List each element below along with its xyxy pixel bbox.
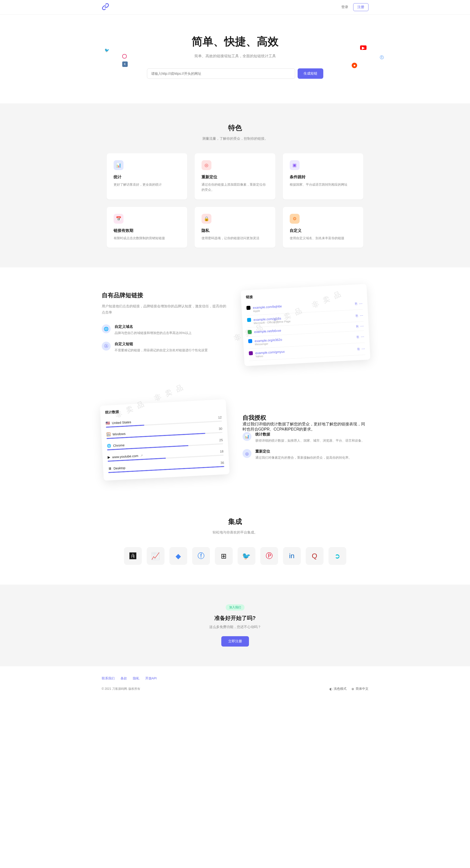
cta-section: 加入我们 准备好开始了吗? 这么多免费功能，您还不心动吗？ 立即注册	[0, 585, 470, 666]
instagram-icon	[122, 54, 127, 59]
reddit-icon: ●	[352, 63, 357, 68]
feature-card: 📅链接有效期有限时或点击次数限制的营销短链接	[107, 207, 187, 248]
links-mockup: 链接 example.com/bqh6eApple⎘⋯example.com/g…	[240, 284, 370, 366]
auth-title: 自我授权	[242, 414, 369, 422]
calendar-icon: 📅	[114, 214, 123, 224]
hero-subtitle: 简单、高效的链接缩短工具，全面的短链统计工具	[0, 54, 470, 59]
auth-item: ◎ 重新定位通过我们对像素定向的整合，重新接触你的受众，提高你的转化率。	[242, 449, 369, 460]
cta-badge: 加入我们	[226, 604, 244, 611]
google-ads-icon[interactable]: 🅰	[124, 547, 142, 565]
auth-desc: 通过我们详细的统计数据了解您的受众，更好地了解您的链接表现，同时也符合GDPR、…	[242, 422, 369, 432]
copy-icon[interactable]: ⎘	[355, 302, 357, 306]
features-title: 特色	[0, 123, 470, 132]
auth-item: 📊 统计数据获得详细的统计数据，如推荐人、国家、城市、浏览器、平台、语言和设备。	[242, 432, 369, 443]
quora-icon[interactable]: Q	[306, 547, 324, 565]
more-icon[interactable]: ⋯	[361, 347, 365, 351]
brand-section: 自有品牌短链接 用户知道他们点击的链接，品牌链接会增加你的品牌认知度，激发信任，…	[0, 267, 470, 383]
pinterest-icon[interactable]: Ⓟ	[260, 547, 278, 565]
features-subtitle: 测量流量，了解你的受众，控制你的链接。	[0, 136, 470, 141]
facebook-icon: ⓕ	[378, 54, 385, 61]
logo[interactable]	[102, 3, 109, 11]
more-icon[interactable]: ⋯	[360, 335, 364, 339]
header: 登录 注册	[0, 0, 470, 14]
footer-link[interactable]: 联系我们	[102, 676, 115, 681]
copy-icon[interactable]: ⎘	[357, 347, 359, 351]
more-icon[interactable]: ⋯	[360, 324, 364, 328]
facebook-icon[interactable]: ⓕ	[192, 547, 210, 565]
darkmode-toggle[interactable]: ◐浅色模式	[329, 687, 347, 691]
auth-section: 统计数据 🇺🇸United States12🪟Windows30🌐Chrome2…	[0, 383, 470, 497]
brand-title: 自有品牌短链接	[102, 291, 228, 299]
cta-button[interactable]: 立即注册	[221, 636, 249, 647]
stats-icon: 📊	[242, 432, 252, 441]
gear-icon: ⚙	[290, 214, 300, 224]
brand-item: 🌐 自定义域名品牌与您自己的域链接和增加您的点击率高达35%以上	[102, 324, 228, 336]
vk-icon: Κ	[122, 61, 128, 67]
feature-card: 📊统计更好了解访客喜好，更全面的统计	[107, 153, 187, 199]
lock-icon: 🔒	[202, 214, 211, 224]
google-tag-icon[interactable]: ◆	[170, 547, 187, 565]
feature-card: ◎重新定位通过在你的链接上添加跟踪像素，重新定位你的受众。	[195, 153, 275, 199]
twitter-icon: 🐦	[104, 46, 110, 54]
globe-icon: ⊕	[351, 687, 354, 691]
footer-link[interactable]: 条款	[120, 676, 127, 681]
copyright: © 2021 刀客源码网. 版权所有	[102, 687, 141, 691]
footer-link[interactable]: 隐私	[133, 676, 139, 681]
footer-link[interactable]: 开放API	[145, 676, 157, 681]
retarget-icon: ◎	[242, 449, 252, 458]
more-icon[interactable]: ⋯	[359, 302, 362, 306]
copy-icon[interactable]: ⎘	[357, 335, 359, 339]
youtube-icon: ▶	[360, 45, 366, 50]
target-icon: ◎	[202, 160, 211, 170]
stats-mockup: 统计数据 🇺🇸United States12🪟Windows30🌐Chrome2…	[100, 399, 230, 480]
register-button[interactable]: 注册	[353, 3, 369, 11]
hero-title: 简单、快捷、高效	[0, 34, 470, 49]
feature-card: ▣条件跳转根据国家、平台或语言跳转到相应的网址	[283, 153, 363, 199]
integrations-section: 集成 轻松地与你喜欢的平台集成。 🅰 📈 ◆ ⓕ ⊞ 🐦 Ⓟ in Q ➲	[0, 497, 470, 585]
language-toggle[interactable]: ⊕简体中文	[351, 687, 369, 691]
feature-card: 🔒隐私使用密码选项，让你的链接访问更加灵活	[195, 207, 275, 248]
chart-icon: 📊	[114, 160, 123, 170]
cta-desc: 这么多免费功能，您还不心动吗？	[0, 625, 470, 629]
url-input[interactable]	[147, 68, 295, 79]
features-section: 特色 测量流量，了解你的受众，控制你的链接。 📊统计更好了解访客喜好，更全面的统…	[0, 103, 470, 267]
microsoft-icon[interactable]: ⊞	[215, 547, 233, 565]
integrations-title: 集成	[0, 517, 470, 526]
feature-card: ⚙自定义使用自定义域名、别名来丰富你的链接	[283, 207, 363, 248]
hero-section: 🐦 Κ ▶ ⓕ ● 简单、快捷、高效 简单、高效的链接缩短工具，全面的短链统计工…	[0, 14, 470, 103]
google-analytics-icon[interactable]: 📈	[147, 547, 165, 565]
footer: 联系我们条款隐私开放API © 2021 刀客源码网. 版权所有 ◐浅色模式 ⊕…	[0, 666, 470, 701]
brand-item: Ⓐ 自定义短链不需要难记的链接，用容易记的自定义别名对链接进行个性化设置	[102, 342, 228, 353]
twitter-icon[interactable]: 🐦	[238, 547, 255, 565]
login-link[interactable]: 登录	[339, 3, 351, 11]
globe-icon: 🌐	[102, 324, 111, 333]
window-icon: ▣	[290, 160, 300, 170]
alias-icon: Ⓐ	[102, 342, 111, 350]
more-icon[interactable]: ⋯	[359, 313, 363, 318]
integrations-subtitle: 轻松地与你喜欢的平台集成。	[0, 530, 470, 535]
copy-icon[interactable]: ⎘	[356, 324, 358, 328]
moon-icon: ◐	[329, 687, 332, 691]
other-icon[interactable]: ➲	[328, 547, 346, 565]
cta-title: 准备好开始了吗?	[0, 615, 470, 622]
brand-desc: 用户知道他们点击的链接，品牌链接会增加你的品牌认知度，激发信任，提高你的点击率	[102, 303, 228, 315]
generate-button[interactable]: 生成短链	[298, 68, 323, 79]
copy-icon[interactable]: ⎘	[355, 314, 358, 318]
linkedin-icon[interactable]: in	[283, 547, 301, 565]
